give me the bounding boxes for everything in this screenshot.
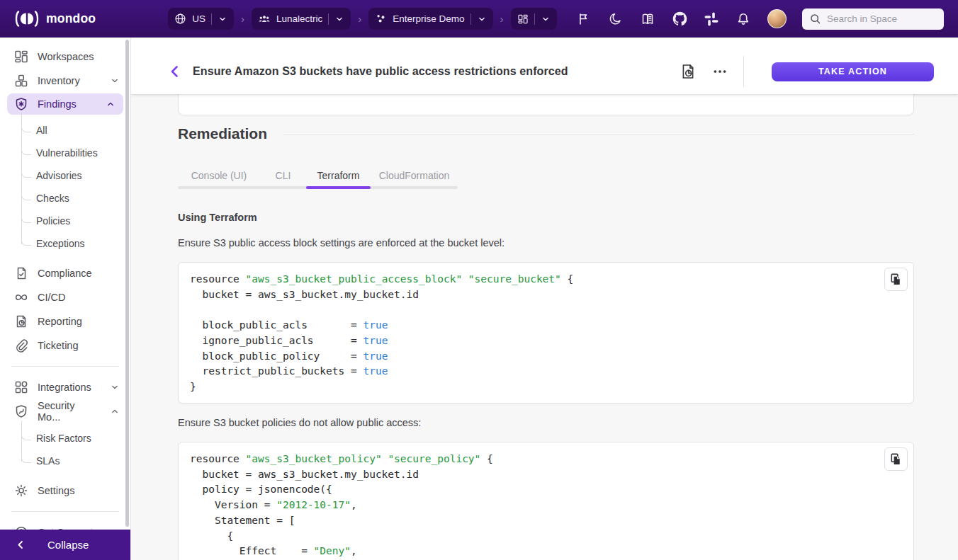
using-terraform-heading: Using Terraform [178, 212, 257, 223]
workspaces-icon [14, 50, 28, 64]
settings-gear-icon [14, 484, 28, 498]
sidebar-item-exceptions[interactable]: Exceptions [21, 232, 130, 255]
sidebar-item-inventory[interactable]: Inventory [0, 69, 130, 93]
chevron-up-icon[interactable] [109, 406, 120, 417]
sidebar-item-label: All [36, 125, 47, 136]
globe-icon [174, 13, 186, 25]
chevron-down-icon[interactable] [477, 14, 487, 24]
tab-terraform[interactable]: Terraform [306, 165, 371, 186]
sidebar-item-cicd[interactable]: CI/CD [0, 285, 130, 309]
copy-icon [889, 452, 903, 466]
chevron-down-icon[interactable] [541, 14, 551, 24]
more-options-icon[interactable] [711, 62, 729, 81]
sidebar-item-risk-factors[interactable]: Risk Factors [21, 427, 130, 450]
integrations-icon [14, 380, 28, 394]
remediation-section-head: Remediation [178, 125, 914, 142]
terraform-code-block-1: resource "aws_s3_bucket_public_access_bl… [178, 262, 914, 404]
chevron-down-icon[interactable] [109, 382, 120, 393]
chevron-up-icon[interactable] [105, 98, 116, 110]
breadcrumb-separator: › [500, 13, 505, 25]
sidebar-item-security-model[interactable]: Security Mo... [0, 399, 130, 423]
sidebar-item-label: Policies [36, 215, 70, 227]
tab-cloudformation[interactable]: CloudFormation [371, 165, 458, 186]
sidebar-item-compliance[interactable]: Compliance [0, 261, 130, 285]
sidebar-item-label: Risk Factors [36, 433, 91, 444]
security-model-icon [14, 404, 28, 418]
take-action-button[interactable]: TAKE ACTION [772, 62, 934, 81]
terraform-code-block-2: resource "aws_s3_bucket_policy" "secure_… [178, 442, 914, 560]
sidebar: Workspaces Inventory Findings [0, 38, 131, 560]
sidebar-item-integrations[interactable]: Integrations [0, 375, 130, 399]
dark-mode-icon[interactable] [608, 11, 624, 27]
main-content: Ensure Amazon S3 buckets have public acc… [131, 38, 958, 560]
previous-section-card [178, 94, 914, 115]
pill-divider [470, 13, 471, 25]
back-button[interactable] [168, 64, 184, 79]
mondoo-logo[interactable]: mondoo [14, 11, 96, 27]
workspace-selector[interactable] [511, 8, 557, 30]
remediation-tabs: Console (UI) CLI Terraform CloudFormatio… [178, 165, 458, 186]
collapse-sidebar-button[interactable]: Collapse [0, 530, 130, 560]
code-block: resource "aws_s3_bucket_public_access_bl… [179, 263, 913, 404]
sidebar-item-label: Integrations [38, 382, 91, 393]
sidebar-item-label: Exceptions [36, 238, 84, 249]
sidebar-item-checks[interactable]: Checks [21, 187, 130, 210]
sidebar-divider [11, 366, 119, 367]
tab-console-ui[interactable]: Console (UI) [178, 165, 260, 186]
findings-icon [14, 97, 28, 111]
copy-icon [889, 273, 903, 286]
chevron-left-icon [168, 64, 182, 79]
chevron-down-icon[interactable] [334, 14, 344, 24]
collapse-label: Collapse [47, 539, 89, 551]
header-actions: TAKE ACTION [679, 56, 934, 87]
sidebar-item-settings[interactable]: Settings [0, 479, 130, 503]
security-model-subnav: Risk Factors SLAs [21, 423, 130, 479]
github-icon[interactable] [672, 11, 687, 27]
sidebar-item-label: Checks [36, 193, 69, 204]
sidebar-item-vulnerabilities[interactable]: Vulnerabilities [21, 142, 130, 164]
slack-icon[interactable] [704, 11, 719, 27]
tab-cli[interactable]: CLI [260, 165, 306, 186]
sidebar-item-label: Advisories [36, 170, 82, 181]
tab-track [178, 186, 458, 189]
finding-header: Ensure Amazon S3 buckets have public acc… [131, 38, 958, 94]
section-rule [283, 134, 914, 135]
chevron-down-icon[interactable] [109, 75, 120, 86]
topbar: mondoo US › Lunalectric › Enterprise [0, 0, 958, 38]
brand-name: mondoo [46, 11, 96, 26]
workspace-grid-icon [517, 13, 529, 25]
sidebar-item-reporting[interactable]: Reporting [0, 309, 130, 333]
region-selector[interactable]: US [168, 8, 234, 30]
space-selector[interactable]: Enterprise Demo [368, 8, 492, 30]
sidebar-scrollbar[interactable] [125, 40, 129, 527]
sidebar-item-advisories[interactable]: Advisories [21, 164, 130, 187]
copy-code-button[interactable] [884, 268, 908, 291]
compliance-icon [14, 266, 28, 280]
search-input[interactable] [827, 13, 926, 24]
sidebar-item-ticketing[interactable]: Ticketing [0, 333, 130, 358]
sidebar-item-workspaces[interactable]: Workspaces [0, 45, 130, 69]
sidebar-item-get-support[interactable]: Get Support [0, 520, 130, 530]
sidebar-item-label: Inventory [38, 75, 80, 86]
sidebar-item-slas[interactable]: SLAs [21, 450, 130, 472]
inventory-icon [14, 74, 28, 88]
sidebar-item-label: Compliance [38, 268, 92, 279]
cicd-icon [14, 290, 28, 304]
chevron-left-icon [16, 539, 26, 550]
sidebar-item-label: Reporting [38, 316, 82, 327]
user-avatar[interactable] [767, 9, 787, 28]
sidebar-item-all[interactable]: All [21, 119, 130, 142]
sidebar-item-findings[interactable]: Findings [7, 93, 123, 115]
copy-code-button[interactable] [884, 447, 908, 471]
chevron-down-icon[interactable] [218, 14, 227, 24]
space-icon [375, 13, 387, 25]
sidebar-item-policies[interactable]: Policies [21, 210, 130, 232]
report-icon[interactable] [679, 62, 697, 81]
notifications-bell-icon[interactable] [736, 11, 751, 27]
sidebar-item-label: SLAs [36, 455, 60, 467]
sidebar-item-label: Findings [38, 98, 77, 110]
organization-selector[interactable]: Lunalectric [252, 8, 351, 30]
sidebar-item-label: Settings [38, 485, 74, 496]
feature-flag-icon[interactable] [576, 11, 592, 27]
docs-icon[interactable] [640, 11, 655, 27]
